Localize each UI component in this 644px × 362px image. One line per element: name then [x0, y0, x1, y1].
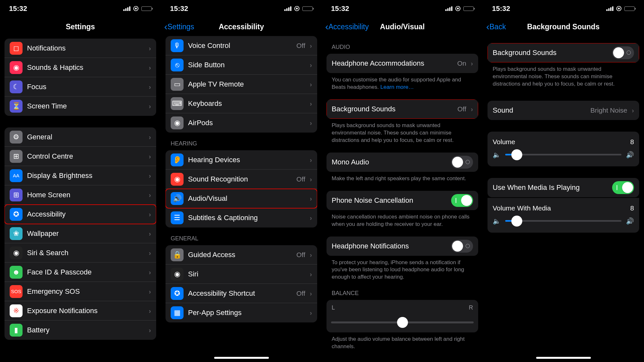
row-voice-control[interactable]: 🎙Voice ControlOff›: [166, 36, 317, 55]
chevron-right-icon: ›: [149, 172, 151, 180]
balance-right: R: [469, 304, 473, 311]
row-focus[interactable]: ☾Focus›: [5, 77, 156, 97]
row-home-screen[interactable]: ⊞Home Screen›: [5, 185, 156, 205]
wifi-icon: ⦿: [616, 5, 622, 12]
row-label: Keyboards: [188, 99, 305, 108]
row-label: Wallpaper: [27, 229, 144, 238]
row-background-sounds-toggle[interactable]: Background Sounds: [488, 43, 639, 62]
status-icons: ⦿: [445, 5, 474, 12]
screen-settings: 15:32 ⦿ Settings ◻Notifications›◉Sounds …: [0, 0, 161, 362]
volume-label: Volume: [493, 138, 515, 146]
row-emergency-sos[interactable]: SOSEmergency SOS›: [5, 282, 156, 301]
row-face-id[interactable]: ☻Face ID & Passcode›: [5, 263, 156, 282]
focus-icon: ☾: [10, 80, 23, 93]
row-battery[interactable]: ▮Battery›: [5, 320, 156, 340]
siri-search-icon: ◉: [10, 246, 23, 259]
row-screen-time[interactable]: ⏳Screen Time›: [5, 97, 156, 116]
chevron-right-icon: ›: [471, 60, 473, 67]
row-headphone-accommodations[interactable]: Headphone Accommodations On ›: [327, 54, 478, 73]
clock: 15:32: [170, 5, 188, 13]
section-general: General: [166, 227, 317, 245]
balance-slider[interactable]: [331, 321, 474, 323]
battery-icon: [141, 6, 152, 11]
guided-access-icon: 🔒: [171, 248, 184, 261]
section-balance: Balance: [327, 282, 478, 300]
chevron-right-icon: ›: [149, 326, 151, 334]
battery-icon: ▮: [10, 324, 23, 337]
row-keyboards[interactable]: ⌨Keyboards›: [166, 94, 317, 113]
volume-media-slider[interactable]: [505, 220, 621, 222]
row-label: Hearing Devices: [188, 156, 305, 164]
status-icons: ⦿: [123, 5, 152, 12]
row-label: Emergency SOS: [27, 287, 144, 296]
emergency-sos-icon: SOS: [10, 285, 23, 298]
row-audio-visual[interactable]: 🔊Audio/Visual›: [166, 189, 317, 208]
home-indicator[interactable]: [536, 357, 591, 359]
caption: To protect your hearing, iPhone sends a …: [327, 256, 478, 283]
row-sound[interactable]: Sound Bright Noise ›: [488, 101, 639, 120]
back-button[interactable]: ‹Back: [486, 17, 506, 36]
row-use-when-media-playing[interactable]: Use When Media Is Playing: [488, 178, 639, 197]
row-general[interactable]: ⚙General›: [5, 127, 156, 147]
row-control-centre[interactable]: ⊞Control Centre›: [5, 147, 156, 166]
chevron-right-icon: ›: [149, 44, 151, 52]
volume-slider[interactable]: [505, 154, 621, 155]
audio-visual-icon: 🔊: [171, 192, 184, 205]
home-screen-icon: ⊞: [10, 189, 23, 201]
row-sound-recognition[interactable]: ◉Sound RecognitionOff›: [166, 170, 317, 189]
learn-more-link[interactable]: Learn more…: [380, 84, 414, 90]
row-subtitles[interactable]: ☰Subtitles & Captioning›: [166, 208, 317, 227]
row-phone-noise-cancellation[interactable]: Phone Noise Cancellation: [327, 191, 478, 210]
chevron-right-icon: ›: [149, 230, 151, 237]
toggle-use-when-media[interactable]: [612, 181, 634, 194]
page-title: Audio/Visual: [380, 23, 425, 31]
chevron-right-icon: ›: [310, 100, 312, 107]
toggle-noise-cancellation[interactable]: [451, 194, 473, 207]
row-airpods[interactable]: ◉AirPods›: [166, 113, 317, 133]
row-side-button[interactable]: ⎋Side Button›: [166, 55, 317, 75]
chevron-right-icon: ›: [310, 61, 312, 69]
row-per-app[interactable]: ▦Per-App Settings›: [166, 303, 317, 322]
chevron-right-icon: ›: [632, 107, 634, 114]
battery-icon: [463, 6, 474, 11]
home-indicator[interactable]: [214, 357, 269, 359]
voice-control-icon: 🎙: [171, 39, 184, 52]
row-apple-tv-remote[interactable]: ▭Apple TV Remote›: [166, 75, 317, 94]
row-guided-access[interactable]: 🔒Guided AccessOff›: [166, 245, 317, 265]
row-label: Background Sounds: [332, 105, 453, 113]
accessibility-icon: ✪: [10, 208, 23, 221]
row-notifications[interactable]: ◻Notifications›: [5, 39, 156, 58]
wifi-icon: ⦿: [455, 5, 461, 12]
row-value: Off: [457, 105, 466, 113]
row-display-brightness[interactable]: AADisplay & Brightness›: [5, 166, 156, 185]
row-background-sounds[interactable]: Background Sounds Off ›: [327, 99, 478, 119]
hearing-devices-icon: 👂: [171, 153, 184, 166]
chevron-right-icon: ›: [310, 119, 312, 127]
row-shortcut[interactable]: ✪Accessibility ShortcutOff›: [166, 284, 317, 303]
row-label: Mono Audio: [332, 158, 447, 166]
row-accessibility[interactable]: ✪Accessibility›: [5, 205, 156, 224]
row-exposure[interactable]: ※Exposure Notifications›: [5, 301, 156, 320]
back-button[interactable]: ‹Accessibility: [325, 17, 369, 36]
row-hearing-devices[interactable]: 👂Hearing Devices›: [166, 150, 317, 170]
control-centre-icon: ⊞: [10, 150, 23, 163]
screen-background-sounds: 15:32 ⦿ ‹Back Background Sounds Backgrou…: [483, 0, 644, 362]
toggle-mono-audio[interactable]: [451, 156, 473, 169]
row-mono-audio[interactable]: Mono Audio: [327, 153, 478, 172]
row-siri-search[interactable]: ◉Siri & Search›: [5, 243, 156, 263]
chevron-right-icon: ›: [149, 191, 151, 199]
volume-media-label: Volume With Media: [493, 204, 551, 212]
row-headphone-notifications[interactable]: Headphone Notifications: [327, 237, 478, 256]
row-siri[interactable]: ◉Siri›: [166, 265, 317, 284]
chevron-right-icon: ›: [310, 290, 312, 297]
row-wallpaper[interactable]: ❀Wallpaper›: [5, 224, 156, 243]
toggle-headphone-notifications[interactable]: [451, 240, 473, 253]
side-button-icon: ⎋: [171, 59, 184, 71]
caption: Noise cancellation reduces ambient noise…: [327, 210, 478, 229]
back-button[interactable]: ‹Settings: [164, 17, 194, 36]
row-label: Sound: [493, 106, 586, 115]
row-sounds-haptics[interactable]: ◉Sounds & Haptics›: [5, 58, 156, 77]
nav: ‹Accessibility Audio/Visual: [322, 17, 483, 36]
toggle-background-sounds[interactable]: [612, 46, 634, 59]
speaker-min-icon: 🔈: [493, 151, 501, 159]
